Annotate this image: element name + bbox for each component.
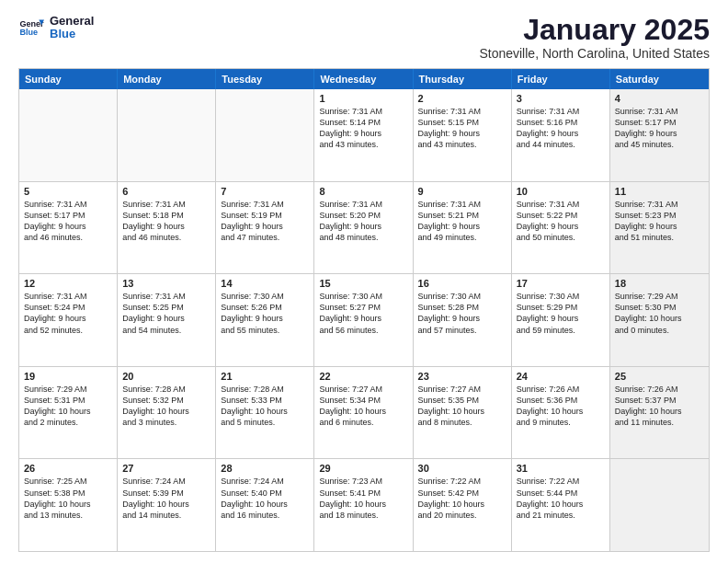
day-number: 13 xyxy=(122,278,210,289)
calendar-cell: 10Sunrise: 7:31 AM Sunset: 5:22 PM Dayli… xyxy=(512,182,610,274)
day-number: 16 xyxy=(418,278,506,289)
calendar-cell: 15Sunrise: 7:30 AM Sunset: 5:27 PM Dayli… xyxy=(314,274,413,366)
day-number: 4 xyxy=(615,93,704,104)
day-number: 10 xyxy=(517,186,605,197)
day-number: 1 xyxy=(319,93,407,104)
day-number: 31 xyxy=(517,463,605,474)
calendar-cell: 21Sunrise: 7:28 AM Sunset: 5:33 PM Dayli… xyxy=(216,367,314,459)
day-number: 23 xyxy=(418,371,506,382)
day-number: 19 xyxy=(24,371,112,382)
cell-text: Sunrise: 7:28 AM Sunset: 5:32 PM Dayligh… xyxy=(122,384,210,429)
cell-text: Sunrise: 7:31 AM Sunset: 5:14 PM Dayligh… xyxy=(319,106,407,151)
calendar-cell xyxy=(19,89,118,181)
day-number: 6 xyxy=(122,186,210,197)
logo-blue: Blue xyxy=(50,27,75,40)
calendar-cell: 11Sunrise: 7:31 AM Sunset: 5:23 PM Dayli… xyxy=(610,182,709,274)
calendar-row: 19Sunrise: 7:29 AM Sunset: 5:31 PM Dayli… xyxy=(19,366,709,459)
day-number: 21 xyxy=(221,371,309,382)
calendar-cell xyxy=(610,459,709,551)
weekday-wednesday: Wednesday xyxy=(314,69,413,89)
cell-text: Sunrise: 7:23 AM Sunset: 5:41 PM Dayligh… xyxy=(319,476,407,521)
calendar-row: 5Sunrise: 7:31 AM Sunset: 5:17 PM Daylig… xyxy=(19,181,709,274)
calendar-cell: 22Sunrise: 7:27 AM Sunset: 5:34 PM Dayli… xyxy=(314,367,413,459)
calendar-cell: 18Sunrise: 7:29 AM Sunset: 5:30 PM Dayli… xyxy=(610,274,709,366)
cell-text: Sunrise: 7:29 AM Sunset: 5:30 PM Dayligh… xyxy=(615,291,704,336)
day-number: 25 xyxy=(615,371,704,382)
calendar-cell: 6Sunrise: 7:31 AM Sunset: 5:18 PM Daylig… xyxy=(118,182,216,274)
cell-text: Sunrise: 7:24 AM Sunset: 5:40 PM Dayligh… xyxy=(221,476,309,521)
page: General Blue General Blue January 2025 S… xyxy=(0,0,728,563)
day-number: 22 xyxy=(319,371,407,382)
calendar-cell: 5Sunrise: 7:31 AM Sunset: 5:17 PM Daylig… xyxy=(19,182,118,274)
calendar-cell: 24Sunrise: 7:26 AM Sunset: 5:36 PM Dayli… xyxy=(512,367,610,459)
month-title: January 2025 xyxy=(479,15,710,44)
calendar-cell xyxy=(216,89,314,181)
weekday-saturday: Saturday xyxy=(610,69,709,89)
day-number: 2 xyxy=(418,93,506,104)
day-number: 17 xyxy=(517,278,605,289)
header: General Blue General Blue January 2025 S… xyxy=(18,15,710,61)
calendar-cell: 1Sunrise: 7:31 AM Sunset: 5:14 PM Daylig… xyxy=(314,89,413,181)
calendar-cell: 12Sunrise: 7:31 AM Sunset: 5:24 PM Dayli… xyxy=(19,274,118,366)
day-number: 14 xyxy=(221,278,309,289)
cell-text: Sunrise: 7:22 AM Sunset: 5:44 PM Dayligh… xyxy=(517,476,605,521)
day-number: 29 xyxy=(319,463,407,474)
calendar-cell: 17Sunrise: 7:30 AM Sunset: 5:29 PM Dayli… xyxy=(512,274,610,366)
calendar-cell: 20Sunrise: 7:28 AM Sunset: 5:32 PM Dayli… xyxy=(118,367,216,459)
title-block: January 2025 Stoneville, North Carolina,… xyxy=(479,15,710,61)
cell-text: Sunrise: 7:25 AM Sunset: 5:38 PM Dayligh… xyxy=(24,476,112,521)
svg-text:Blue: Blue xyxy=(19,29,38,38)
calendar-cell: 25Sunrise: 7:26 AM Sunset: 5:37 PM Dayli… xyxy=(610,367,709,459)
day-number: 11 xyxy=(615,186,704,197)
cell-text: Sunrise: 7:31 AM Sunset: 5:25 PM Dayligh… xyxy=(122,291,210,336)
cell-text: Sunrise: 7:26 AM Sunset: 5:36 PM Dayligh… xyxy=(517,384,605,429)
cell-text: Sunrise: 7:31 AM Sunset: 5:20 PM Dayligh… xyxy=(319,199,407,244)
cell-text: Sunrise: 7:31 AM Sunset: 5:16 PM Dayligh… xyxy=(517,106,605,151)
day-number: 12 xyxy=(24,278,112,289)
calendar-row: 1Sunrise: 7:31 AM Sunset: 5:14 PM Daylig… xyxy=(19,89,709,181)
calendar-cell: 29Sunrise: 7:23 AM Sunset: 5:41 PM Dayli… xyxy=(314,459,413,551)
cell-text: Sunrise: 7:24 AM Sunset: 5:39 PM Dayligh… xyxy=(122,476,210,521)
cell-text: Sunrise: 7:22 AM Sunset: 5:42 PM Dayligh… xyxy=(418,476,506,521)
location: Stoneville, North Carolina, United State… xyxy=(479,46,710,61)
calendar-cell: 23Sunrise: 7:27 AM Sunset: 5:35 PM Dayli… xyxy=(414,367,512,459)
calendar-cell: 13Sunrise: 7:31 AM Sunset: 5:25 PM Dayli… xyxy=(118,274,216,366)
calendar: Sunday Monday Tuesday Wednesday Thursday… xyxy=(18,68,710,552)
weekday-sunday: Sunday xyxy=(19,69,118,89)
calendar-cell: 7Sunrise: 7:31 AM Sunset: 5:19 PM Daylig… xyxy=(216,182,314,274)
day-number: 30 xyxy=(418,463,506,474)
day-number: 15 xyxy=(319,278,407,289)
cell-text: Sunrise: 7:30 AM Sunset: 5:29 PM Dayligh… xyxy=(517,291,605,336)
day-number: 5 xyxy=(24,186,112,197)
day-number: 3 xyxy=(517,93,605,104)
calendar-cell: 26Sunrise: 7:25 AM Sunset: 5:38 PM Dayli… xyxy=(19,459,118,551)
day-number: 9 xyxy=(418,186,506,197)
day-number: 7 xyxy=(221,186,309,197)
cell-text: Sunrise: 7:31 AM Sunset: 5:23 PM Dayligh… xyxy=(615,199,704,244)
cell-text: Sunrise: 7:31 AM Sunset: 5:15 PM Dayligh… xyxy=(418,106,506,151)
cell-text: Sunrise: 7:31 AM Sunset: 5:24 PM Dayligh… xyxy=(24,291,112,336)
cell-text: Sunrise: 7:31 AM Sunset: 5:21 PM Dayligh… xyxy=(418,199,506,244)
day-number: 18 xyxy=(615,278,704,289)
day-number: 27 xyxy=(122,463,210,474)
calendar-cell: 27Sunrise: 7:24 AM Sunset: 5:39 PM Dayli… xyxy=(118,459,216,551)
cell-text: Sunrise: 7:31 AM Sunset: 5:22 PM Dayligh… xyxy=(517,199,605,244)
day-number: 24 xyxy=(517,371,605,382)
weekday-monday: Monday xyxy=(118,69,216,89)
cell-text: Sunrise: 7:26 AM Sunset: 5:37 PM Dayligh… xyxy=(615,384,704,429)
calendar-cell: 31Sunrise: 7:22 AM Sunset: 5:44 PM Dayli… xyxy=(512,459,610,551)
weekday-friday: Friday xyxy=(512,69,610,89)
calendar-cell: 3Sunrise: 7:31 AM Sunset: 5:16 PM Daylig… xyxy=(512,89,610,181)
cell-text: Sunrise: 7:28 AM Sunset: 5:33 PM Dayligh… xyxy=(221,384,309,429)
cell-text: Sunrise: 7:31 AM Sunset: 5:19 PM Dayligh… xyxy=(221,199,309,244)
logo-general: General xyxy=(50,14,94,28)
calendar-body: 1Sunrise: 7:31 AM Sunset: 5:14 PM Daylig… xyxy=(19,89,709,551)
calendar-cell: 16Sunrise: 7:30 AM Sunset: 5:28 PM Dayli… xyxy=(414,274,512,366)
calendar-cell: 30Sunrise: 7:22 AM Sunset: 5:42 PM Dayli… xyxy=(414,459,512,551)
day-number: 28 xyxy=(221,463,309,474)
weekday-tuesday: Tuesday xyxy=(216,69,314,89)
cell-text: Sunrise: 7:31 AM Sunset: 5:17 PM Dayligh… xyxy=(615,106,704,151)
calendar-row: 12Sunrise: 7:31 AM Sunset: 5:24 PM Dayli… xyxy=(19,273,709,366)
calendar-row: 26Sunrise: 7:25 AM Sunset: 5:38 PM Dayli… xyxy=(19,458,709,551)
calendar-cell: 4Sunrise: 7:31 AM Sunset: 5:17 PM Daylig… xyxy=(610,89,709,181)
